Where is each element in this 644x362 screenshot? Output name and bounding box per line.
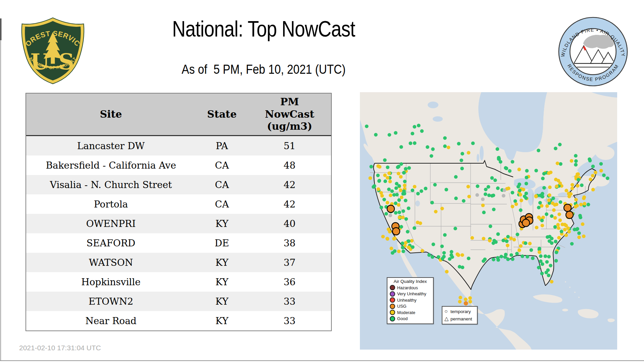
monitor-dot (599, 162, 603, 166)
monitor-dot (574, 175, 578, 179)
monitor-dot (386, 176, 389, 180)
monitor-dot (459, 296, 462, 299)
monitor-dot (420, 189, 423, 193)
monitor-dot (550, 241, 554, 245)
monitor-dot (548, 185, 552, 189)
monitor-dot (393, 249, 396, 253)
monitor-dot (432, 243, 435, 246)
monitor-dot (545, 213, 548, 216)
monitor-dot (411, 188, 414, 192)
monitor-dot (501, 239, 505, 242)
monitor-dot (566, 227, 570, 230)
monitor-dot (450, 250, 453, 254)
monitor-dot (481, 197, 485, 201)
monitor-dot (388, 214, 392, 217)
monitor-dot (365, 124, 369, 128)
monitor-dot (523, 194, 527, 198)
monitor-dot (413, 226, 416, 230)
monitor-dot (411, 132, 414, 135)
monitor-dot (376, 174, 380, 177)
table-row: Lancaster DWPA51 (26, 136, 331, 156)
table-row: Visalia - N. Church StreetCA42 (26, 175, 331, 194)
cell-site: Portola (26, 199, 196, 210)
monitor-dot (504, 167, 508, 170)
monitor-dot (516, 233, 519, 236)
aqi-legend-label: USG (397, 304, 407, 309)
monitor-dot (430, 154, 433, 158)
monitor-dot (588, 158, 591, 161)
aqi-color-swatch (390, 291, 395, 297)
monitor-dot (579, 216, 582, 219)
monitor-dot (383, 174, 387, 177)
aqi-legend: Air Quality Index HazardousVery Unhealth… (387, 277, 434, 324)
window-left-edge-dark (0, 18, 1, 40)
monitor-dot (519, 208, 523, 212)
monitor-dot (535, 226, 539, 229)
great-salt-lake (415, 200, 420, 206)
cell-pm-nowcast: 38 (248, 238, 331, 249)
monitor-dot (383, 158, 387, 162)
monitor-dot (394, 131, 397, 135)
monitor-dot (591, 165, 595, 168)
monitor-dot (397, 172, 400, 175)
generation-timestamp: 2021-02-10 17:31:04 UTC (19, 344, 101, 352)
cell-state: CA (196, 199, 248, 210)
monitor-dot (551, 201, 554, 205)
monitor-dot (591, 174, 595, 178)
monitor-dot (384, 212, 388, 216)
monitor-dot (484, 188, 488, 191)
monitor-dot (547, 255, 551, 258)
aqi-legend-label: Good (397, 316, 408, 321)
monitor-dot (404, 167, 408, 171)
monitor-dot (397, 210, 401, 214)
monitor-dot (558, 143, 562, 146)
marker-legend-label: temporary (450, 309, 471, 314)
monitor-dot (525, 169, 529, 173)
monitor-dot (406, 230, 410, 234)
cell-pm-nowcast: 42 (248, 199, 331, 210)
monitor-dot (541, 262, 544, 266)
monitor-dot (529, 248, 533, 252)
col-header-site: Site (26, 108, 196, 121)
monitor-dot (430, 201, 434, 204)
monitor-dot (407, 206, 411, 210)
page-subtitle: As of 5 PM, Feb 10, 2021 (UTC) (116, 62, 411, 77)
monitor-dot (398, 216, 401, 219)
fs-logo-letter-u: U (31, 49, 49, 74)
monitor-dot (544, 254, 547, 258)
monitor-dot (517, 168, 521, 171)
monitor-dot (399, 145, 403, 149)
monitor-dot (431, 255, 434, 259)
monitor-dot (426, 145, 429, 149)
monitor-dot (450, 255, 454, 259)
monitor-dot (399, 175, 403, 179)
cell-site: SEAFORD (26, 238, 196, 249)
monitor-dot (462, 199, 466, 203)
monitor-dot (602, 173, 606, 177)
monitor-dot (540, 272, 544, 276)
monitor-dot (511, 257, 515, 261)
monitor-dot (538, 201, 542, 205)
monitor-dot (556, 223, 560, 227)
cell-state: KY (196, 277, 248, 288)
table-row: WATSONKY37 (26, 253, 331, 272)
monitor-dot (557, 226, 560, 230)
monitor-dot (554, 147, 557, 150)
monitor-dot (582, 195, 586, 199)
monitor-dot (515, 202, 518, 206)
aqi-legend-label: Hazardous (397, 285, 418, 290)
cell-pm-nowcast: 42 (248, 179, 331, 190)
monitor-dot (467, 151, 471, 155)
monitor-dot (431, 147, 435, 151)
report-page: FOREST SERVICE DEPARTMENT OF AGRICULTURE… (0, 0, 644, 362)
monitor-dot (387, 228, 390, 231)
monitor-dot (394, 186, 398, 190)
top-site-marker (387, 205, 394, 213)
monitor-dot (513, 238, 516, 242)
monitor-dot (556, 162, 559, 165)
monitor-dot (538, 250, 541, 254)
monitor-dot (488, 239, 492, 242)
table-header-row: Site State PM NowCast (ug/m3) (26, 94, 331, 136)
monitor-dot (420, 129, 424, 133)
monitor-dot (565, 233, 568, 237)
